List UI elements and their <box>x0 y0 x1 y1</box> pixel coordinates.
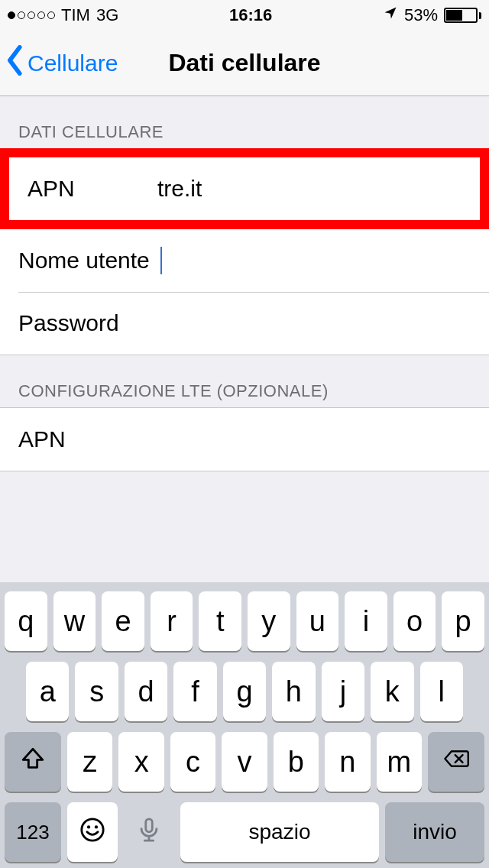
back-button[interactable]: Cellulare <box>0 45 118 81</box>
key-shift[interactable] <box>5 732 61 792</box>
status-right: 53% <box>383 5 481 25</box>
keyboard-row-2: a s d f g h j k l <box>5 662 484 721</box>
status-left: TIM 3G <box>8 5 118 25</box>
key-n[interactable]: n <box>325 732 370 792</box>
key-m[interactable]: m <box>377 732 422 792</box>
svg-point-1 <box>87 825 90 828</box>
carrier-label: TIM <box>61 5 90 25</box>
key-r[interactable]: r <box>151 591 193 651</box>
battery-icon <box>444 8 481 23</box>
username-input[interactable] <box>157 247 471 274</box>
key-f[interactable]: f <box>173 662 216 721</box>
lte-apn-input[interactable] <box>148 426 471 452</box>
key-dictation[interactable] <box>124 802 174 862</box>
apn-label: APN <box>28 176 157 202</box>
key-k[interactable]: k <box>371 662 413 721</box>
key-e[interactable]: e <box>102 591 144 651</box>
location-icon <box>383 5 398 25</box>
back-label: Cellulare <box>28 50 118 76</box>
row-username[interactable]: Nome utente <box>0 229 489 292</box>
shift-icon <box>20 746 46 779</box>
key-p[interactable]: p <box>442 591 484 651</box>
section-header-cellular: DATI CELLULARE <box>0 96 489 148</box>
key-z[interactable]: z <box>67 732 112 792</box>
battery-percent: 53% <box>404 5 438 25</box>
username-label: Nome utente <box>18 248 150 274</box>
keyboard: q w e r t y u i o p a s d f g h j k l z … <box>0 582 489 868</box>
key-s[interactable]: s <box>75 662 118 721</box>
key-b[interactable]: b <box>274 732 319 792</box>
keyboard-row-4: 123 spazio invio <box>5 802 484 862</box>
row-apn[interactable]: APN <box>9 157 480 220</box>
status-bar: TIM 3G 16:16 53% <box>0 0 489 31</box>
signal-strength-icon <box>8 11 55 19</box>
key-numbers[interactable]: 123 <box>5 802 61 862</box>
chevron-left-icon <box>6 45 24 81</box>
nav-bar: Cellulare Dati cellulare <box>0 31 489 96</box>
apn-input[interactable] <box>157 176 461 202</box>
backspace-icon <box>443 746 469 779</box>
emoji-icon <box>79 817 105 848</box>
key-l[interactable]: l <box>420 662 463 721</box>
keyboard-row-1: q w e r t y u i o p <box>5 591 484 651</box>
svg-rect-3 <box>146 818 153 831</box>
key-c[interactable]: c <box>170 732 215 792</box>
key-g[interactable]: g <box>223 662 266 721</box>
key-h[interactable]: h <box>272 662 315 721</box>
key-x[interactable]: x <box>118 732 164 792</box>
settings-content: DATI CELLULARE APN Nome utente Password … <box>0 96 489 471</box>
section-header-lte: CONFIGURAZIONE LTE (OPZIONALE) <box>0 355 489 407</box>
key-o[interactable]: o <box>393 591 436 651</box>
password-input[interactable] <box>148 310 471 336</box>
svg-point-0 <box>82 818 103 840</box>
key-t[interactable]: t <box>199 591 241 651</box>
password-label: Password <box>18 310 148 336</box>
svg-point-2 <box>95 825 98 828</box>
clock: 16:16 <box>229 5 272 25</box>
text-cursor <box>160 247 162 274</box>
key-enter[interactable]: invio <box>385 802 484 862</box>
key-y[interactable]: y <box>248 591 290 651</box>
key-u[interactable]: u <box>296 591 339 651</box>
key-emoji[interactable] <box>67 802 118 862</box>
apn-highlight: APN <box>0 148 489 229</box>
keyboard-row-3: z x c v b n m <box>5 732 484 792</box>
key-backspace[interactable] <box>428 732 484 792</box>
key-w[interactable]: w <box>53 591 96 651</box>
row-password[interactable]: Password <box>0 292 489 355</box>
key-a[interactable]: a <box>26 662 69 721</box>
key-space[interactable]: spazio <box>180 802 379 862</box>
key-v[interactable]: v <box>222 732 267 792</box>
row-lte-apn[interactable]: APN <box>0 408 489 471</box>
key-q[interactable]: q <box>5 591 47 651</box>
key-i[interactable]: i <box>345 591 387 651</box>
microphone-icon <box>136 817 162 848</box>
lte-apn-label: APN <box>18 426 148 452</box>
network-label: 3G <box>96 5 118 25</box>
key-j[interactable]: j <box>322 662 364 721</box>
key-d[interactable]: d <box>125 662 167 721</box>
